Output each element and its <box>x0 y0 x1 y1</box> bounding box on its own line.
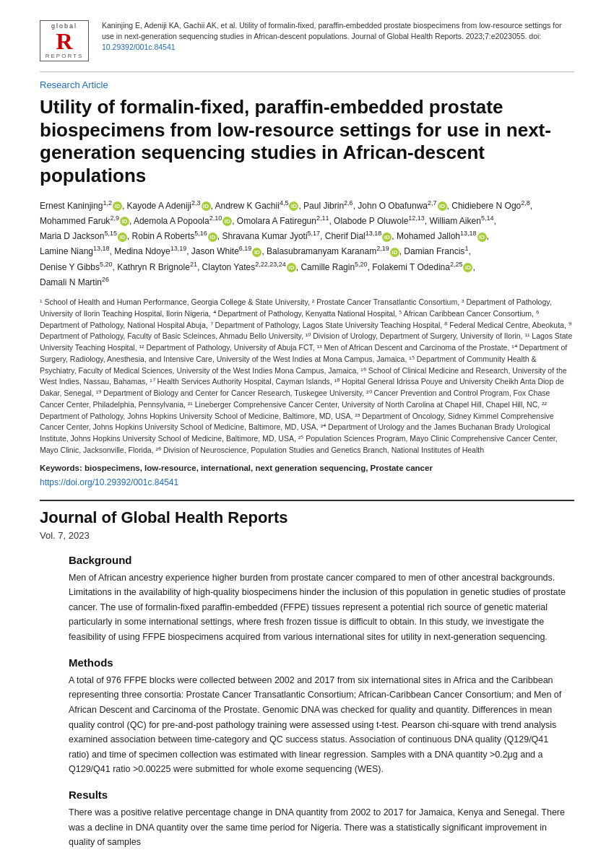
citation-block: Kaninjing E, Adeniji KA, Gachii AK, et a… <box>102 20 574 53</box>
orcid-icon-12: iD <box>390 248 399 257</box>
orcid-icon-3: iD <box>289 201 298 211</box>
methods-heading: Methods <box>69 656 567 669</box>
logo-r: R <box>45 30 84 53</box>
results-heading: Results <box>69 789 567 801</box>
keywords-block: Keywords: biospecimens, low-resource, in… <box>40 464 574 472</box>
background-heading: Background <box>69 554 567 566</box>
citation-doi-link[interactable]: 10.29392/001c.84541 <box>102 43 176 51</box>
header-top: global R Reports Kaninjing E, Adeniji KA… <box>40 20 574 61</box>
logo-area: global R Reports <box>40 20 89 61</box>
orcid-icon-1: iD <box>113 201 122 211</box>
background-text: Men of African ancestry experience highe… <box>69 570 567 645</box>
doi-full-link[interactable]: https://doi.org/10.29392/001c.84541 <box>40 477 178 487</box>
abstract-section: Background Men of African ancestry exper… <box>69 554 567 850</box>
orcid-icon-14: iD <box>463 263 472 272</box>
article-title: Utility of formalin-fixed, paraffin-embe… <box>40 96 574 188</box>
citation-doi-label: doi: <box>529 32 541 40</box>
orcid-icon-11: iD <box>252 248 261 257</box>
citation-main: Kaninjing E, Adeniji KA, Gachii AK, et a… <box>102 21 562 40</box>
orcid-icon-9: iD <box>382 233 392 242</box>
journal-name: Journal of Global Health Reports <box>40 508 574 527</box>
orcid-icon-2: iD <box>202 201 211 211</box>
top-divider <box>40 71 574 72</box>
page: global R Reports Kaninjing E, Adeniji KA… <box>0 0 614 868</box>
orcid-icon-7: iD <box>118 233 127 242</box>
orcid-icon-5: iD <box>120 217 129 226</box>
doi-section: https://doi.org/10.29392/001c.84541 <box>40 477 574 488</box>
methods-text: A total of 976 FFPE blocks were collecte… <box>69 673 567 777</box>
affiliations-block: ¹ School of Health and Human Performance… <box>40 297 574 456</box>
results-text: There was a positive relative percentage… <box>69 805 567 850</box>
orcid-icon-13: iD <box>287 263 296 272</box>
orcid-icon-8: iD <box>208 233 217 242</box>
orcid-icon-6: iD <box>222 217 232 226</box>
journal-volume: Vol. 7, 2023 <box>40 530 574 541</box>
article-type-label: Research Article <box>40 79 574 90</box>
logo-reports-text: Reports <box>45 53 84 59</box>
orcid-icon-4: iD <box>438 201 447 211</box>
keywords-values: biospecimens, low-resource, internationa… <box>85 464 433 472</box>
orcid-icon-10: iD <box>477 233 487 242</box>
keywords-label: Keywords: <box>40 464 82 472</box>
journal-section: Journal of Global Health Reports Vol. 7,… <box>40 500 574 541</box>
authors-block: Ernest Kaninjing1,2iD, Kayode A Adeniji2… <box>40 198 574 290</box>
